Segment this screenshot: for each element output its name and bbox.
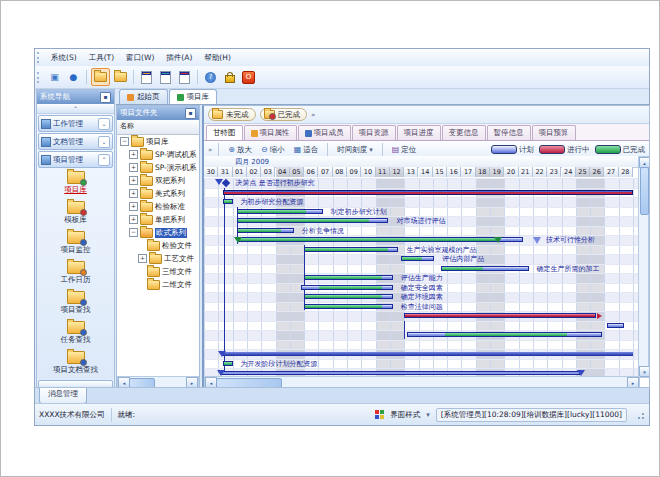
sidebar-item-工作日历[interactable]: 工作日历 xyxy=(37,258,114,288)
summary-progress-bar[interactable] xyxy=(223,190,633,195)
task-bar[interactable] xyxy=(304,294,393,299)
tree-item-双把系列[interactable]: +双把系列 xyxy=(117,174,199,187)
collapse-icon[interactable]: − xyxy=(120,137,129,146)
task-bar[interactable] xyxy=(304,247,398,252)
zoom-in-icon: ⊕ xyxy=(228,145,235,154)
chevron-up-icon[interactable]: ⌃ xyxy=(98,154,110,166)
task-bar[interactable] xyxy=(237,218,389,223)
gantt-tab-暂停信息[interactable]: 暂停信息 xyxy=(487,125,531,140)
gantt-tab-甘特图[interactable]: 甘特图 xyxy=(206,125,243,140)
menu-item[interactable]: 插件(A) xyxy=(160,51,198,65)
overflow-chevron-icon[interactable]: » xyxy=(311,111,315,119)
expand-icon[interactable]: + xyxy=(129,215,138,224)
gantt-vscroll-thumb[interactable] xyxy=(640,167,649,215)
resize-grip[interactable] xyxy=(635,410,645,420)
menu-item[interactable]: 窗口(W) xyxy=(120,51,160,65)
message-manager-tab[interactable]: 消息管理 xyxy=(39,388,87,404)
expand-icon[interactable]: + xyxy=(129,176,138,185)
expand-icon[interactable]: + xyxy=(138,254,147,263)
sidebar-item-项目查找[interactable]: 项目查找 xyxy=(37,288,114,318)
monitor-icon[interactable]: ▣ xyxy=(46,69,63,85)
sidebar-item-项目文档查找[interactable]: 项目文档查找 xyxy=(37,348,114,378)
sidebar-section-文档管理[interactable]: 文档管理⌄ xyxy=(38,133,113,150)
task-bar[interactable] xyxy=(407,332,601,337)
power-icon[interactable]: O xyxy=(240,69,257,85)
help-icon[interactable]: ? xyxy=(202,69,219,85)
form-close-icon[interactable] xyxy=(176,69,193,85)
chevron-down-icon[interactable]: ▾ xyxy=(426,411,430,419)
chevron-down-icon[interactable]: ⌄ xyxy=(98,136,110,148)
task-bar[interactable] xyxy=(223,199,233,204)
folder-pin-icon[interactable] xyxy=(112,69,129,85)
sidebar-item-模板库[interactable]: 模板库 xyxy=(37,198,114,228)
scroll-down-icon[interactable]: ▾ xyxy=(639,366,650,377)
task-bar[interactable] xyxy=(401,256,434,261)
overflow-chevron-icon[interactable]: » xyxy=(208,146,212,154)
menubar-grip[interactable] xyxy=(37,52,42,63)
folder-open-icon[interactable] xyxy=(91,68,110,86)
menu-item[interactable]: 帮助(H) xyxy=(198,51,237,65)
expand-icon[interactable]: + xyxy=(129,150,138,159)
gantt-vscrollbar[interactable]: ▴ ▾ xyxy=(638,156,649,378)
menu-item[interactable]: 系统(S) xyxy=(45,51,83,65)
sidebar-scroll-up-button[interactable]: ⌃ xyxy=(37,104,114,114)
task-bar[interactable] xyxy=(237,209,323,214)
sidebar-section-项目管理[interactable]: 项目管理⌃ xyxy=(38,151,113,168)
gantt-tab-变更信息[interactable]: 变更信息 xyxy=(442,125,486,140)
sidebar-item-项目库[interactable]: 项目库 xyxy=(37,168,114,198)
task-bar[interactable] xyxy=(301,285,393,290)
gantt-tab-项目进度[interactable]: 项目进度 xyxy=(397,125,441,140)
sidebar-item-任务查找[interactable]: 任务查找 xyxy=(37,318,114,348)
phase-bar[interactable] xyxy=(237,237,523,242)
ui-style-button[interactable]: 界面样式 xyxy=(390,410,420,420)
expand-icon[interactable]: + xyxy=(129,202,138,211)
tree-item-工艺文件[interactable]: +工艺文件 xyxy=(117,252,199,265)
sidebar-section-工作管理[interactable]: 工作管理⌄ xyxy=(38,115,113,132)
filter-未完成[interactable]: 未完成 xyxy=(208,108,256,121)
menu-item[interactable]: 工具(T) xyxy=(83,51,120,65)
gantt-tab-项目属性[interactable]: 项目属性 xyxy=(244,125,297,140)
tree-item-美式系列[interactable]: +美式系列 xyxy=(117,187,199,200)
form-new-icon[interactable] xyxy=(138,69,155,85)
tree-item-检验文件[interactable]: 检验文件 xyxy=(117,239,199,252)
task-bar[interactable] xyxy=(237,228,294,233)
gantt-tab-项目预算[interactable]: 项目预算 xyxy=(532,125,576,140)
tree-item-单把系列[interactable]: +单把系列 xyxy=(117,213,199,226)
task-bar[interactable] xyxy=(304,304,393,309)
globe-icon[interactable]: ● xyxy=(65,69,82,85)
task-bar[interactable] xyxy=(441,266,528,271)
zoom-out-button[interactable]: ⊖缩小 xyxy=(258,144,288,156)
gantt-tab-项目成员[interactable]: 项目成员 xyxy=(298,125,351,140)
span-bar[interactable] xyxy=(220,371,580,375)
chevron-down-icon[interactable]: ⌄ xyxy=(98,118,110,130)
toolbar-grip[interactable] xyxy=(37,72,42,83)
task-bar[interactable] xyxy=(607,323,624,328)
tree-item-SP-调试机系[interactable]: +SP-调试机系 xyxy=(117,148,199,161)
tree-item-三维文件[interactable]: 三维文件 xyxy=(117,265,199,278)
task-progress-bar[interactable] xyxy=(404,313,596,318)
sidebar-item-项目监控[interactable]: 项目监控 xyxy=(37,228,114,258)
form-run-icon[interactable] xyxy=(157,69,174,85)
tree-item-欧式系列[interactable]: −欧式系列 xyxy=(117,226,199,239)
task-bar[interactable] xyxy=(223,361,233,366)
lock-icon[interactable] xyxy=(221,69,238,85)
time-scale-button[interactable]: 时间刻度▾ xyxy=(334,144,376,156)
pin-icon[interactable]: ▪ xyxy=(100,92,111,103)
collapse-icon[interactable]: − xyxy=(129,228,138,237)
tree-item-SP-演示机系[interactable]: +SP-演示机系 xyxy=(117,161,199,174)
tab-起始页[interactable]: 起始页 xyxy=(119,89,168,104)
tree-pin-icon[interactable]: ▪ xyxy=(185,108,196,119)
filter-已完成[interactable]: 已完成 xyxy=(260,108,308,121)
fit-button[interactable]: ▦适合 xyxy=(291,144,322,156)
tree-item-检验标准[interactable]: +检验标准 xyxy=(117,200,199,213)
expand-icon[interactable]: + xyxy=(129,163,138,172)
zoom-in-button[interactable]: ⊕放大 xyxy=(225,144,255,156)
locate-button[interactable]: ▤定位 xyxy=(389,144,420,156)
tree-item-项目库[interactable]: −项目库 xyxy=(117,135,199,148)
tab-项目库[interactable]: 项目库 xyxy=(169,89,218,104)
gantt-tab-项目资源[interactable]: 项目资源 xyxy=(352,125,396,140)
summary-bar[interactable] xyxy=(223,352,633,356)
tree-item-二维文件[interactable]: 二维文件 xyxy=(117,278,199,291)
task-bar[interactable] xyxy=(304,275,393,280)
expand-icon[interactable]: + xyxy=(129,189,138,198)
